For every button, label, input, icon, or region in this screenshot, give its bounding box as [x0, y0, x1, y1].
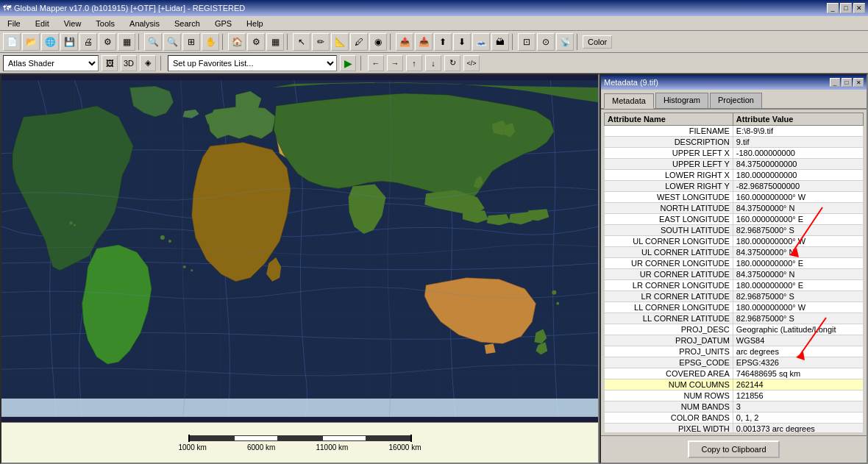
- title-bar: 🗺 Global Mapper v17.0 (b101915) [+OTF] […: [0, 0, 868, 16]
- cell-attr-value: Geographic (Latitude/Longit: [733, 324, 863, 335]
- map-panel[interactable]: 1000 km 6000 km 11000 km 16000 km: [0, 74, 600, 464]
- cell-attr-name: DESCRIPTION: [605, 137, 733, 148]
- terrain-button[interactable]: 🏔: [491, 33, 509, 51]
- menu-analysis[interactable]: Analysis: [125, 18, 164, 29]
- cell-attr-value: 121856: [733, 390, 863, 401]
- point-cloud-button[interactable]: ⊙: [537, 33, 555, 51]
- rotate-btn[interactable]: ↻: [444, 55, 460, 71]
- metadata-table-container[interactable]: Attribute Name Attribute Value FILENAMEE…: [604, 113, 864, 432]
- cell-attr-value: 0, 1, 2: [733, 413, 863, 424]
- cell-attr-value: 180.0000000000: [733, 170, 863, 181]
- select-button[interactable]: ↖: [293, 33, 310, 51]
- globe-button[interactable]: 🌐: [41, 33, 59, 51]
- pan-button[interactable]: ✋: [202, 33, 219, 51]
- table-row: UL CORNER LONGITUDE180.000000000° W: [605, 236, 864, 247]
- 3d-view-btn[interactable]: 3D: [121, 55, 137, 71]
- upload-button[interactable]: ⬆: [434, 33, 452, 51]
- menu-tools[interactable]: Tools: [91, 18, 119, 29]
- play-button[interactable]: ▶: [340, 55, 356, 71]
- metadata-win-controls: _ □ ✕: [830, 78, 864, 87]
- scale-seg-2: [234, 435, 278, 441]
- cell-attr-value: 180.000000000° W: [733, 236, 863, 247]
- menu-view[interactable]: View: [60, 18, 86, 29]
- lidar-opts-btn[interactable]: ◈: [140, 55, 156, 71]
- cell-attr-name: COVERED AREA: [605, 368, 733, 379]
- cell-attr-value: -180.000000000: [733, 148, 863, 159]
- metadata-maximize-btn[interactable]: □: [842, 78, 852, 87]
- settings-button[interactable]: ⚙: [99, 33, 116, 51]
- shader-options-btn[interactable]: 🖼: [102, 55, 118, 71]
- title-text: 🗺 Global Mapper v17.0 (b101915) [+OTF] […: [3, 4, 245, 13]
- cell-attr-value: 180.000000000° E: [733, 258, 863, 269]
- gps-track-button[interactable]: 📡: [556, 33, 574, 51]
- cell-attr-value: EPSG:4326: [733, 357, 863, 368]
- metadata-tabs: Metadata Histogram Projection: [601, 90, 867, 110]
- arrow-down-btn[interactable]: ↓: [425, 55, 441, 71]
- menu-file[interactable]: File: [3, 18, 25, 29]
- metadata-minimize-btn[interactable]: _: [830, 78, 840, 87]
- measure-button[interactable]: 📐: [331, 33, 349, 51]
- arrow-left-btn[interactable]: ←: [368, 55, 384, 71]
- print-button[interactable]: 🖨: [79, 33, 97, 51]
- tab-metadata[interactable]: Metadata: [604, 93, 654, 109]
- table-row: NUM BANDS3: [605, 401, 864, 413]
- home-button[interactable]: 🏠: [228, 33, 246, 51]
- new-button[interactable]: 📄: [3, 33, 21, 51]
- metadata-panel: Metadata (9.tif) _ □ ✕ Metadata Histogra…: [600, 74, 868, 464]
- menu-search[interactable]: Search: [170, 18, 204, 29]
- scale-label-2: 11000 km: [316, 443, 349, 451]
- copy-to-clipboard-button[interactable]: Copy to Clipboard: [688, 440, 779, 458]
- layers-button[interactable]: ▦: [118, 33, 135, 51]
- close-button[interactable]: ✕: [853, 3, 865, 13]
- menu-gps[interactable]: GPS: [210, 18, 236, 29]
- arrow-right-btn[interactable]: →: [387, 55, 403, 71]
- save-button[interactable]: 💾: [60, 33, 78, 51]
- table-row: EAST LONGITUDE160.000000000° E: [605, 214, 864, 225]
- window-controls: _ □ ✕: [827, 3, 865, 13]
- scale-seg-1: [190, 435, 234, 441]
- cell-attr-name: UPPER LEFT X: [605, 148, 733, 159]
- cell-attr-value: 180.000000000° E: [733, 280, 863, 291]
- cell-attr-name: PROJ_DESC: [605, 324, 733, 335]
- maximize-button[interactable]: □: [840, 3, 852, 13]
- 3d-button[interactable]: 🗻: [472, 33, 490, 51]
- open-button[interactable]: 📂: [22, 33, 40, 51]
- zoom-window-button[interactable]: ⊞: [182, 33, 200, 51]
- favorites-dropdown[interactable]: Set up Favorites List...: [168, 55, 337, 71]
- menu-help[interactable]: Help: [242, 18, 268, 29]
- color-button[interactable]: Color: [583, 35, 612, 49]
- cell-attr-name: PIXEL WIDTH: [605, 424, 733, 433]
- arrow-up-btn[interactable]: ↑: [406, 55, 422, 71]
- map-canvas[interactable]: [1, 75, 598, 422]
- draw-button[interactable]: 🖊: [350, 33, 368, 51]
- cell-attr-name: EPSG_CODE: [605, 357, 733, 368]
- svg-point-15: [191, 269, 193, 271]
- cell-attr-value: 9.tif: [733, 137, 863, 148]
- edit-button[interactable]: ✏: [312, 33, 330, 51]
- configure-button[interactable]: ⚙: [247, 33, 265, 51]
- svg-point-14: [183, 265, 186, 268]
- zoom-out-button[interactable]: 🔍: [163, 33, 181, 51]
- svg-point-22: [366, 211, 370, 215]
- shader-dropdown[interactable]: Atlas Shader: [3, 55, 99, 71]
- export-button[interactable]: 📤: [396, 33, 413, 51]
- lidar-button[interactable]: ⊡: [518, 33, 536, 51]
- cell-attr-name: NUM ROWS: [605, 390, 733, 401]
- zoom-in-button[interactable]: 🔍: [144, 33, 162, 51]
- table-row: UPPER LEFT X-180.000000000: [605, 148, 864, 159]
- metadata-close-btn[interactable]: ✕: [853, 78, 864, 87]
- menu-edit[interactable]: Edit: [31, 18, 54, 29]
- copy-button-area: Copy to Clipboard: [601, 435, 867, 463]
- code-btn[interactable]: </>: [463, 55, 480, 71]
- download-button[interactable]: ⬇: [453, 33, 471, 51]
- import-button[interactable]: 📥: [415, 33, 433, 51]
- separator-tb2b: [360, 56, 363, 71]
- minimize-button[interactable]: _: [827, 3, 839, 13]
- table-row: NUM ROWS121856: [605, 390, 864, 401]
- tab-projection[interactable]: Projection: [710, 93, 762, 108]
- tab-histogram[interactable]: Histogram: [655, 93, 708, 108]
- cell-attr-value: 84.37500000° N: [733, 269, 863, 280]
- digitize-button[interactable]: ◉: [369, 33, 387, 51]
- table-row: COVERED AREA746488695 sq km: [605, 368, 864, 379]
- grid-button[interactable]: ▦: [266, 33, 284, 51]
